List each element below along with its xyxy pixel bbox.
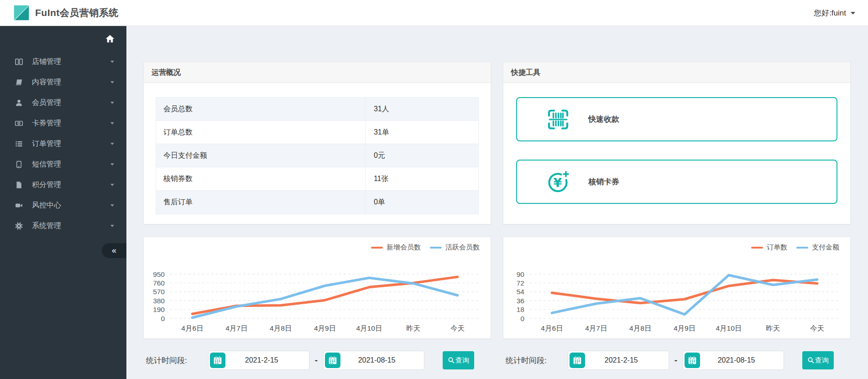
sidebar-item-gear[interactable]: 系统管理 [0, 216, 126, 236]
video-icon [14, 201, 23, 210]
legend-label: 订单数 [767, 243, 787, 252]
chevron-down-icon [851, 12, 855, 15]
date-range-label: 统计时间段: [506, 355, 547, 366]
y-axis-tick-label: 90 [517, 270, 525, 278]
table-row: 会员总数31人 [156, 98, 478, 121]
calendar-icon[interactable] [685, 353, 700, 368]
sidebar-item-file[interactable]: 积分管理 [0, 175, 126, 195]
sidebar-item-video[interactable]: 风控中心 [0, 195, 126, 216]
sidebar-nav: 店铺管理内容管理会员管理0卡券管理订单管理短信管理积分管理风控中心系统管理 [0, 52, 126, 236]
chart-legend: 订单数支付金额 [751, 243, 839, 252]
book-icon [14, 78, 23, 87]
svg-text:¥: ¥ [554, 175, 562, 189]
x-axis-tick-label: 昨天 [406, 324, 420, 332]
end-date-input[interactable]: 2021-08-15 [323, 351, 424, 370]
sidebar-item-label: 短信管理 [32, 160, 110, 169]
list-icon [14, 140, 23, 149]
sidebar-item-label: 卡券管理 [32, 119, 110, 128]
x-axis-tick-label: 4月10日 [356, 324, 382, 332]
x-axis-tick-label: 4月6日 [181, 324, 203, 332]
chevron-down-icon [110, 61, 114, 63]
date-range-separator: - [315, 355, 318, 365]
x-axis-tick-label: 4月9日 [674, 324, 695, 332]
sidebar: 店铺管理内容管理会员管理0卡券管理订单管理短信管理积分管理风控中心系统管理 « [0, 26, 126, 379]
sidebar-item-label: 积分管理 [32, 180, 110, 190]
sidebar-item-list[interactable]: 订单管理 [0, 134, 126, 154]
table-row: 核销券数11张 [156, 167, 478, 191]
y-axis-tick-label: 760 [153, 279, 165, 287]
legend-item[interactable]: 活跃会员数 [430, 243, 480, 252]
metric-value: 0元 [366, 144, 478, 167]
columns-icon [14, 57, 23, 67]
calendar-icon[interactable] [210, 353, 225, 368]
calendar-icon[interactable] [570, 353, 585, 368]
sidebar-collapse-button[interactable]: « [102, 243, 126, 258]
tablet-icon [14, 160, 23, 169]
legend-label: 新增会员数 [387, 243, 421, 252]
sidebar-item-label: 内容管理 [32, 78, 110, 87]
start-date-value: 2021-2-15 [585, 356, 669, 364]
calendar-icon[interactable] [325, 353, 340, 368]
y-axis-tick-label: 950 [153, 270, 165, 278]
search-icon [448, 357, 455, 364]
sidebar-item-tablet[interactable]: 短信管理 [0, 154, 126, 175]
query-button[interactable]: 查询 [802, 351, 834, 369]
overview-table: 会员总数31人订单总数31单今日支付金额0元核销券数11张售后订单0单 [156, 97, 479, 214]
money-icon: 0 [14, 119, 23, 128]
legend-line-swatch [751, 247, 763, 249]
home-icon[interactable] [105, 34, 115, 44]
metric-value: 11张 [366, 167, 478, 190]
x-axis-tick-label: 4月7日 [585, 324, 607, 332]
top-header: FuInt会员营销系统 您好:fuint [0, 0, 868, 26]
x-axis-tick-label: 4月8日 [629, 324, 651, 332]
legend-item[interactable]: 订单数 [751, 243, 787, 252]
y-axis-tick-label: 0 [161, 315, 165, 322]
sidebar-item-columns[interactable]: 店铺管理 [0, 52, 126, 72]
y-axis-tick-label: 72 [517, 279, 524, 287]
x-axis-tick-label: 今天 [450, 324, 465, 332]
legend-item[interactable]: 支付金额 [796, 243, 839, 252]
quick-collect-button[interactable]: 快速收款 [516, 97, 837, 141]
app-logo-icon [14, 5, 29, 21]
verify-coupon-button[interactable]: ¥核销卡券 [516, 160, 837, 204]
tool-button-label: 快速收款 [588, 114, 619, 125]
metric-label: 会员总数 [156, 98, 366, 120]
metric-label: 售后订单 [156, 191, 366, 214]
y-axis-tick-label: 380 [153, 297, 165, 305]
sidebar-item-label: 订单管理 [32, 139, 110, 149]
start-date-value: 2021-2-15 [225, 356, 309, 364]
orders-chart-panel: 订单数支付金额018365472904月6日4月7日4月8日4月9日4月10日昨… [503, 237, 851, 339]
query-button[interactable]: 查询 [443, 351, 474, 369]
legend-label: 活跃会员数 [445, 243, 480, 252]
tool-button-label: 核销卡券 [588, 177, 619, 187]
overview-panel: 运营概况 会员总数31人订单总数31单今日支付金额0元核销券数11张售后订单0单 [143, 62, 491, 224]
sidebar-item-label: 店铺管理 [32, 57, 110, 67]
members-date-filter-bar: 统计时间段:2021-2-15-2021-08-15查询 [143, 346, 491, 375]
start-date-input[interactable]: 2021-2-15 [208, 351, 309, 370]
quick-tools-panel-title: 快捷工具 [503, 62, 850, 83]
svg-text:0: 0 [18, 122, 19, 125]
x-axis-tick-label: 昨天 [766, 324, 780, 332]
chevron-down-icon [110, 143, 114, 145]
sidebar-item-money[interactable]: 0卡券管理 [0, 113, 126, 134]
table-row: 订单总数31单 [156, 121, 478, 144]
sidebar-item-user[interactable]: 会员管理 [0, 93, 126, 113]
table-row: 今日支付金额0元 [156, 144, 478, 167]
query-button-label: 查询 [815, 356, 829, 365]
search-icon [807, 357, 815, 364]
end-date-input[interactable]: 2021-08-15 [683, 351, 784, 370]
x-axis-tick-label: 4月7日 [225, 324, 247, 332]
end-date-value: 2021-08-15 [340, 356, 424, 364]
date-range-separator: - [675, 355, 677, 365]
metric-value: 0单 [366, 191, 478, 214]
user-menu[interactable]: 您好:fuint [814, 0, 855, 26]
x-axis-tick-label: 4月9日 [314, 324, 336, 332]
metric-label: 核销券数 [156, 167, 366, 190]
x-axis-tick-label: 今天 [810, 324, 824, 332]
start-date-input[interactable]: 2021-2-15 [568, 351, 669, 370]
sidebar-item-label: 系统管理 [32, 221, 110, 231]
legend-item[interactable]: 新增会员数 [371, 243, 421, 252]
sidebar-item-book[interactable]: 内容管理 [0, 72, 126, 93]
sidebar-item-label: 风控中心 [32, 201, 110, 210]
line-chart: 01903805707609504月6日4月7日4月8日4月9日4月10日昨天今… [144, 237, 491, 338]
